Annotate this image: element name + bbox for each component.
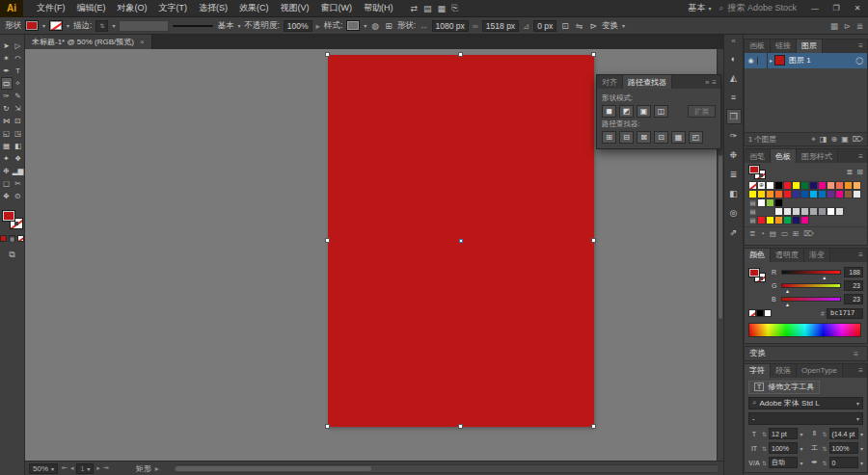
layer-target-icon[interactable]: ◯ <box>855 57 863 65</box>
slice-tool[interactable]: ✂ <box>13 177 24 190</box>
swatch[interactable] <box>792 181 800 190</box>
stroke-color-swatch[interactable] <box>49 20 63 31</box>
fill-color-swatch[interactable] <box>25 20 39 31</box>
swatch[interactable] <box>774 190 783 198</box>
panel-tab[interactable]: OpenType <box>797 364 843 378</box>
menu-item[interactable]: 视图(V) <box>275 2 315 14</box>
panel-tab[interactable]: 段落 <box>771 364 797 378</box>
trim-button[interactable]: ⊟ <box>619 131 634 144</box>
flip-icon[interactable]: ⇋ <box>575 21 584 31</box>
stepper-icon[interactable]: ⇅ <box>762 445 767 452</box>
share-icon[interactable]: ⎘ <box>451 3 458 13</box>
swatch[interactable] <box>827 181 835 190</box>
stroke-panel-icon[interactable]: ≣ <box>726 167 742 182</box>
panel-menu-icon[interactable]: ≡ <box>858 366 863 375</box>
isolate-icon[interactable]: ⊳ <box>588 21 598 31</box>
selection-handle-nw[interactable] <box>325 52 330 57</box>
rectangle-tool[interactable]: ▭ <box>1 77 13 90</box>
swatch[interactable] <box>800 216 809 224</box>
symbol-sprayer-tool[interactable]: ❉ <box>1 165 13 177</box>
swatch[interactable] <box>853 181 861 190</box>
stroke-caret-icon[interactable]: ▾ <box>67 22 69 29</box>
font-size-field[interactable]: T ⇅ 12 pt ▾ <box>748 428 803 440</box>
white-swatch[interactable] <box>764 309 772 317</box>
style-swatch[interactable] <box>346 20 360 31</box>
horizontal-scrollbar-thumb[interactable] <box>176 466 371 471</box>
mesh-tool[interactable]: ▦ <box>1 140 13 152</box>
align-glyph-icon[interactable]: ▦ <box>830 21 838 31</box>
appearance-panel-icon[interactable]: ◎ <box>726 205 742 221</box>
shape-width-field[interactable]: 1080 px <box>432 20 469 32</box>
swatch-kinds-icon[interactable]: ▤ <box>770 229 776 238</box>
swatch[interactable] <box>800 207 809 216</box>
recolor-artwork-icon[interactable]: ◍ <box>370 21 380 31</box>
panel-menu-icon[interactable]: ≡ <box>858 41 863 50</box>
lock-column[interactable] <box>758 53 768 68</box>
zoom-tool[interactable]: ⊙ <box>13 190 24 202</box>
tracking-field[interactable]: ⇹ ⇅ 0 ▾ <box>809 457 864 469</box>
next-artboard-button[interactable]: ▸ <box>96 464 100 472</box>
swatch[interactable] <box>757 198 766 207</box>
font-style-field[interactable]: - ▾ <box>748 412 863 425</box>
artboard-tool[interactable]: ▢ <box>1 177 13 190</box>
expand-panels-icon[interactable]: « <box>731 37 735 45</box>
swatch[interactable] <box>766 216 774 224</box>
visibility-toggle-icon[interactable]: ◉ <box>745 57 758 65</box>
panel-tab[interactable]: 对齐 <box>597 75 623 89</box>
slider-thumb-icon[interactable]: ▲ <box>785 288 790 294</box>
selection-handle-n[interactable] <box>458 52 463 57</box>
swatch[interactable] <box>748 207 757 216</box>
stock-search[interactable]: ⌕ 搜索 Adobe Stock <box>719 2 797 14</box>
blend-tool[interactable]: ❖ <box>13 152 24 165</box>
swatch[interactable] <box>748 216 757 224</box>
selection-tool[interactable]: ➤ <box>1 40 13 52</box>
crop-button[interactable]: ⊡ <box>654 131 668 144</box>
selection-handle-w[interactable] <box>325 238 330 243</box>
selection-handle-sw[interactable] <box>325 424 330 429</box>
panel-tab[interactable]: 字符 <box>745 364 771 378</box>
swatch[interactable] <box>853 190 861 198</box>
last-artboard-button[interactable]: ⇥ <box>103 464 109 472</box>
swatch[interactable] <box>774 198 783 207</box>
rotate-tool[interactable]: ↻ <box>1 102 13 115</box>
stepper-icon[interactable]: ⇅ <box>823 445 827 452</box>
swatch[interactable] <box>844 181 853 190</box>
shaper-tool[interactable]: ✧ <box>13 77 24 90</box>
kerning-value[interactable]: 自动 <box>769 457 798 468</box>
selection-handle-se[interactable] <box>591 424 596 429</box>
none-mode-button[interactable] <box>17 235 24 242</box>
zoom-level-field[interactable]: 50% ▾ <box>29 463 58 474</box>
panel-tab[interactable]: 画板 <box>745 40 771 53</box>
new-layer-icon[interactable]: ▣ <box>841 135 849 145</box>
minus-front-button[interactable]: ◩ <box>619 105 634 118</box>
document-tab[interactable]: 未标题-1* @ 50% (RGB/预览) × <box>25 35 152 49</box>
swatch[interactable] <box>809 207 818 216</box>
column-graph-tool[interactable]: ▂▆ <box>13 165 24 177</box>
swatch[interactable] <box>809 190 818 198</box>
chevron-down-icon[interactable]: ▾ <box>860 431 863 437</box>
fill-swatch[interactable] <box>748 165 760 174</box>
font-caret-icon[interactable]: ▾ <box>856 400 859 407</box>
swatch[interactable] <box>827 190 835 198</box>
vertical-scale-value[interactable]: 100% <box>769 442 798 454</box>
vertical-scale-field[interactable]: IT ⇅ 100% ▾ <box>748 442 803 455</box>
green-value[interactable]: 23 <box>844 280 863 291</box>
swatch[interactable] <box>783 207 792 216</box>
slider-thumb-icon[interactable]: ▲ <box>822 275 827 280</box>
leading-value[interactable]: (14.4 pt <box>829 428 858 439</box>
hex-value-field[interactable]: bc1717 <box>827 308 863 319</box>
stock-icon[interactable]: ▤ <box>423 4 432 13</box>
touch-type-tool-button[interactable]: T 修饰文字工具 <box>748 381 820 394</box>
swatch[interactable] <box>757 190 766 198</box>
fill-swatch[interactable] <box>748 268 760 277</box>
eyedropper-tool[interactable]: ✦ <box>1 152 13 165</box>
scale-tool[interactable]: ⇲ <box>13 102 24 115</box>
chevron-down-icon[interactable]: ▾ <box>800 460 802 466</box>
pencil-tool[interactable]: ✎ <box>13 90 24 102</box>
arrange-documents-icon[interactable]: ▦ <box>438 4 447 13</box>
kerning-field[interactable]: V/A ⇅ 自动 ▾ <box>748 457 803 469</box>
stepper-icon[interactable]: ⇅ <box>762 460 767 466</box>
panel-tab[interactable]: 颜色 <box>745 249 771 262</box>
panel-menu-icon[interactable]: ≡ <box>858 251 863 259</box>
style-caret-icon[interactable]: ▾ <box>856 415 859 422</box>
